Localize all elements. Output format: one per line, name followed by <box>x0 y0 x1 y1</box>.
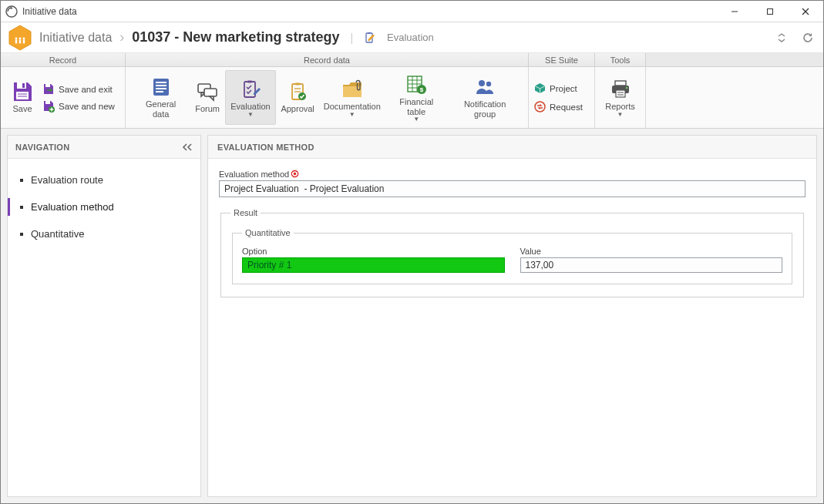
request-button[interactable]: Request <box>533 101 590 113</box>
forum-button[interactable]: Forum <box>190 70 225 125</box>
speech-bubbles-icon <box>195 81 220 102</box>
svg-rect-34 <box>204 89 217 96</box>
option-field[interactable]: Priority # 1 <box>242 257 505 273</box>
svg-rect-21 <box>45 84 50 87</box>
svg-point-8 <box>19 37 22 39</box>
svg-point-52 <box>486 82 491 86</box>
bullet-icon <box>20 233 23 236</box>
request-arrows-icon <box>533 101 546 113</box>
breadcrumb-module[interactable]: Initiative data <box>39 31 112 45</box>
svg-rect-27 <box>153 79 169 96</box>
svg-rect-56 <box>615 81 626 86</box>
close-button[interactable] <box>788 1 823 22</box>
ribbon: Save Save and exit Save and new <box>1 67 823 129</box>
svg-point-51 <box>479 80 485 86</box>
svg-rect-59 <box>616 90 625 97</box>
main-content: Evaluation method⦿ Result Quantitative O… <box>208 159 816 308</box>
svg-text:$: $ <box>420 86 424 93</box>
breadcrumb-section: Evaluation <box>387 32 434 43</box>
clipboard-pencil-icon <box>238 79 263 100</box>
title-bar: Initiative data <box>1 1 823 22</box>
nav-item-label: Evaluation route <box>31 174 103 186</box>
reports-button[interactable]: Reports ▼ <box>602 70 638 125</box>
save-label: Save <box>12 104 32 113</box>
navigation-panel: NAVIGATION Evaluation route Evaluation m… <box>7 135 201 497</box>
documentation-label: Documentation <box>324 102 381 111</box>
financial-table-button[interactable]: $ Financial table ▼ <box>385 70 448 125</box>
general-data-button[interactable]: General data <box>132 70 190 125</box>
save-and-exit-button[interactable]: Save and exit <box>42 83 115 96</box>
evaluation-label: Evaluation <box>230 102 270 111</box>
group-label-record: Record <box>1 53 126 66</box>
svg-rect-30 <box>156 88 166 89</box>
svg-rect-36 <box>244 82 255 97</box>
floppy-arrow-icon <box>42 83 55 96</box>
option-value: Priority # 1 <box>247 260 291 270</box>
svg-rect-16 <box>17 82 26 89</box>
refresh-icon[interactable] <box>800 30 816 45</box>
ribbon-section-record: Save Save and exit Save and new <box>1 67 126 128</box>
nav-item-evaluation-route[interactable]: Evaluation route <box>8 166 200 193</box>
nav-item-label: Quantitative <box>31 228 84 240</box>
request-label: Request <box>550 102 583 112</box>
bullet-icon <box>20 179 23 182</box>
value-field[interactable]: 137,00 <box>520 257 783 273</box>
result-legend: Result <box>230 208 261 217</box>
spreadsheet-money-icon: $ <box>404 74 429 96</box>
svg-rect-10 <box>15 39 17 43</box>
main-header: EVALUATION METHOD <box>208 136 816 159</box>
chevron-down-icon: ▼ <box>413 118 419 121</box>
save-button[interactable]: Save <box>5 70 39 125</box>
floppy-icon <box>10 81 35 102</box>
users-group-icon <box>473 76 497 98</box>
svg-rect-14 <box>368 32 371 34</box>
save-and-exit-label: Save and exit <box>59 85 113 94</box>
group-label-record-data: Record data <box>126 53 529 66</box>
minimize-button[interactable] <box>717 1 752 22</box>
floppy-plus-icon <box>42 100 55 113</box>
evaluation-method-field[interactable] <box>219 180 806 197</box>
window-title: Initiative data <box>22 6 77 17</box>
document-lines-icon <box>149 76 173 98</box>
svg-point-58 <box>625 87 627 89</box>
collapse-updown-icon[interactable] <box>774 30 789 45</box>
general-data-label: General data <box>138 99 183 118</box>
svg-rect-23 <box>45 101 50 104</box>
chevron-down-icon: ▼ <box>349 113 355 116</box>
svg-rect-39 <box>295 83 300 86</box>
navigation-header: NAVIGATION <box>8 136 200 159</box>
navigation-title: NAVIGATION <box>15 143 69 152</box>
nav-item-quantitative[interactable]: Quantitative <box>8 220 200 247</box>
svg-rect-3 <box>768 8 773 14</box>
maximize-button[interactable] <box>752 1 788 22</box>
evaluation-button[interactable]: Evaluation ▼ <box>225 70 276 125</box>
clipboard-check-icon <box>285 81 310 102</box>
header-band: Initiative data › 01037 - New marketing … <box>1 22 823 53</box>
project-button[interactable]: Project <box>533 82 590 95</box>
nav-item-evaluation-method[interactable]: Evaluation method <box>8 193 200 220</box>
approval-label: Approval <box>281 104 314 113</box>
required-asterisk-icon: ⦿ <box>291 170 299 179</box>
svg-rect-31 <box>156 91 163 92</box>
reports-label: Reports <box>605 102 635 111</box>
cube-icon <box>533 82 546 95</box>
svg-rect-28 <box>156 82 166 83</box>
app-icon <box>5 5 18 18</box>
nav-item-label: Evaluation method <box>31 201 114 213</box>
chevron-down-icon: ▼ <box>617 113 624 116</box>
group-label-tools: Tools <box>595 53 646 66</box>
approval-button[interactable]: Approval <box>276 70 319 125</box>
chevron-down-icon: ▼ <box>247 113 254 116</box>
documentation-button[interactable]: Documentation ▼ <box>319 70 385 125</box>
svg-marker-35 <box>210 96 214 100</box>
svg-point-55 <box>535 102 545 112</box>
forum-label: Forum <box>195 104 220 113</box>
navigation-list: Evaluation route Evaluation method Quant… <box>8 159 200 255</box>
svg-rect-17 <box>22 83 25 88</box>
save-and-new-button[interactable]: Save and new <box>42 100 115 113</box>
group-label-se-suite: SE Suite <box>529 53 595 66</box>
notification-group-button[interactable]: Notification group <box>448 70 522 125</box>
svg-rect-37 <box>247 81 252 83</box>
collapse-left-icon[interactable] <box>182 143 193 152</box>
main-title: EVALUATION METHOD <box>217 143 314 152</box>
